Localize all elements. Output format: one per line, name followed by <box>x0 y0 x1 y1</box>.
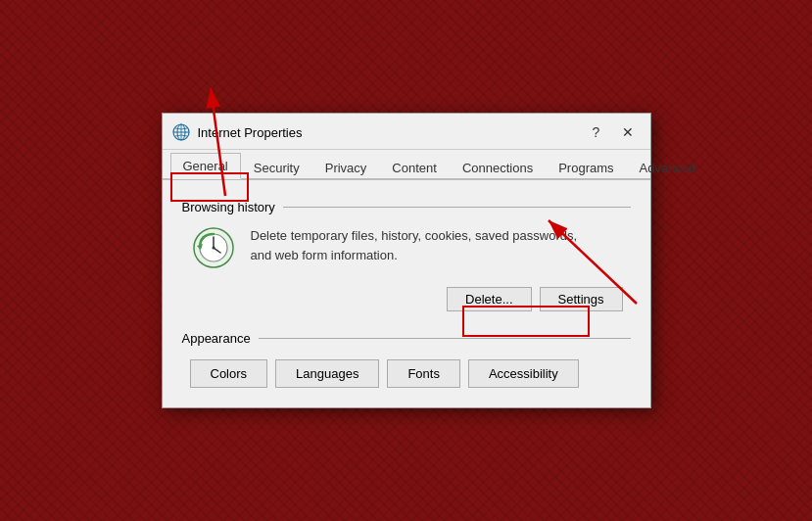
appearance-header: Appearance <box>182 331 631 346</box>
tab-security[interactable]: Security <box>241 155 312 179</box>
browsing-history-header: Browsing history <box>182 200 631 214</box>
tabs-bar: General Security Privacy Content Connect… <box>163 152 650 180</box>
tab-programs[interactable]: Programs <box>546 155 626 179</box>
tab-advanced[interactable]: Advanced <box>627 155 709 179</box>
delete-button[interactable]: Delete... <box>447 287 531 311</box>
dialog-content: Browsing history <box>163 180 650 407</box>
history-buttons: Delete... Settings <box>182 283 631 319</box>
help-button[interactable]: ? <box>586 121 607 143</box>
colors-button[interactable]: Colors <box>190 359 268 388</box>
languages-button[interactable]: Languages <box>275 359 379 388</box>
appearance-buttons: Colors Languages Fonts Accessibility <box>182 355 631 392</box>
accessibility-button[interactable]: Accessibility <box>468 359 579 388</box>
title-bar-right: ? ✕ <box>586 121 639 143</box>
tab-connections[interactable]: Connections <box>450 155 546 179</box>
browsing-history-label: Browsing history <box>182 200 283 214</box>
tab-privacy[interactable]: Privacy <box>312 155 380 179</box>
dialog-icon <box>172 123 190 141</box>
close-button[interactable]: ✕ <box>617 121 639 143</box>
section-divider <box>283 207 631 208</box>
dialog-title: Internet Properties <box>198 125 303 140</box>
history-description: Delete temporary files, history, cookies… <box>251 226 623 264</box>
tab-general[interactable]: General <box>170 153 241 179</box>
svg-point-8 <box>212 247 215 250</box>
title-bar: Internet Properties ? ✕ <box>163 114 650 150</box>
title-bar-left: Internet Properties <box>172 123 303 141</box>
settings-button[interactable]: Settings <box>540 287 623 311</box>
internet-properties-dialog: Internet Properties ? ✕ General Security… <box>162 113 651 408</box>
browsing-history-body: Delete temporary files, history, cookies… <box>182 224 631 283</box>
history-icon <box>190 224 237 271</box>
fonts-button[interactable]: Fonts <box>387 359 460 388</box>
appearance-label: Appearance <box>182 331 259 346</box>
tab-content[interactable]: Content <box>379 155 450 179</box>
appearance-divider <box>259 338 631 339</box>
